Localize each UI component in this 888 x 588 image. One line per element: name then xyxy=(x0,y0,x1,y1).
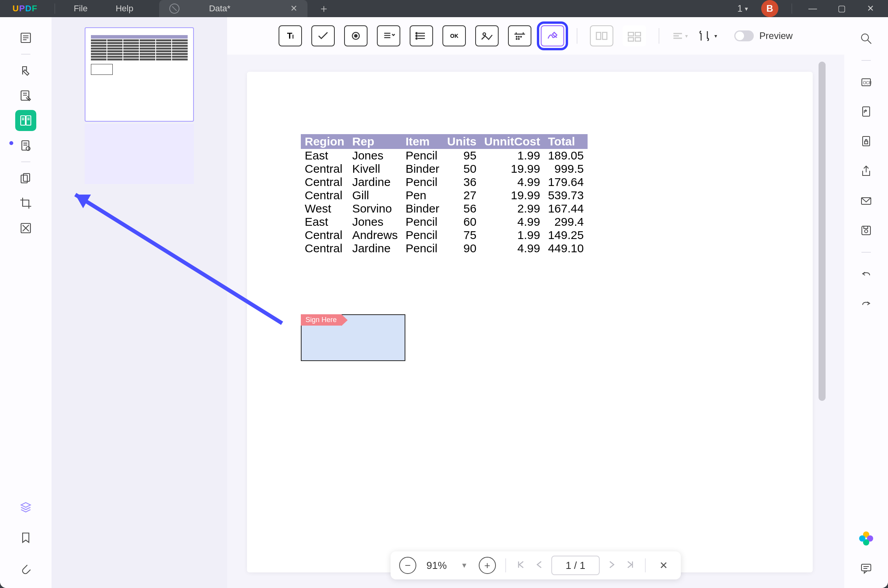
save-as-button[interactable] xyxy=(856,220,877,241)
listbox-field-button[interactable] xyxy=(410,25,433,46)
crop-button[interactable] xyxy=(15,193,36,214)
page-thumbnail[interactable] xyxy=(85,27,194,122)
tab-close-button[interactable]: ✕ xyxy=(290,4,297,14)
prepare-form-button[interactable] xyxy=(15,110,36,131)
checkbox-field-button[interactable] xyxy=(311,25,335,46)
svg-rect-47 xyxy=(636,38,641,41)
form-toolbar: TI OK ▾ ▾ Preview xyxy=(227,17,844,55)
menu-file[interactable]: File xyxy=(60,4,101,14)
undo-button[interactable] xyxy=(856,264,877,285)
table-header: Item xyxy=(401,134,443,149)
maximize-button[interactable]: ▢ xyxy=(829,1,854,16)
svg-point-33 xyxy=(483,33,486,35)
table-row: CentralJardinePencil904.99449.10 xyxy=(301,242,588,255)
edit-pdf-button[interactable] xyxy=(15,85,36,106)
layers-button[interactable] xyxy=(15,497,36,518)
email-button[interactable] xyxy=(856,190,877,211)
signature-field-button[interactable] xyxy=(541,25,564,46)
signature-field[interactable]: Sign Here xyxy=(301,314,405,361)
convert-button[interactable] xyxy=(856,101,877,122)
close-statusbar-button[interactable]: ✕ xyxy=(655,557,672,574)
table-row: WestSorvinoBinder562.99167.44 xyxy=(301,202,588,215)
svg-point-23 xyxy=(355,35,357,37)
thumbnail-panel xyxy=(52,17,227,588)
radio-field-button[interactable] xyxy=(344,25,368,46)
date-field-button[interactable] xyxy=(508,25,531,46)
status-bar: − 91% ▼ + 1 / 1 ✕ xyxy=(391,551,681,579)
svg-point-39 xyxy=(521,36,522,37)
window-count-dropdown[interactable]: 1▾ xyxy=(733,3,753,14)
last-page-button[interactable] xyxy=(625,559,636,572)
zoom-value[interactable]: 91% xyxy=(423,560,450,572)
svg-point-65 xyxy=(865,230,868,233)
vertical-scrollbar[interactable] xyxy=(819,62,826,401)
table-row: CentralAndrewsPencil751.99149.25 xyxy=(301,228,588,242)
table-header: Rep xyxy=(348,134,402,149)
menu-help[interactable]: Help xyxy=(101,4,147,14)
ai-button[interactable] xyxy=(856,528,877,549)
preview-toggle[interactable] xyxy=(734,30,754,41)
chat-button[interactable] xyxy=(856,558,877,579)
svg-rect-7 xyxy=(21,116,25,125)
pdf-page[interactable]: RegionRepItemUnitsUnnitCostTotal EastJon… xyxy=(247,72,813,572)
image-field-button[interactable] xyxy=(475,25,499,46)
svg-rect-44 xyxy=(629,32,634,36)
text-field-button[interactable]: TI xyxy=(279,25,302,46)
prev-page-button[interactable] xyxy=(533,559,544,572)
svg-line-56 xyxy=(868,40,871,44)
left-toolbar xyxy=(0,17,52,588)
comment-button[interactable] xyxy=(15,60,36,81)
table-header: UnnitCost xyxy=(480,134,544,149)
search-button[interactable] xyxy=(856,28,877,49)
new-tab-button[interactable]: ＋ xyxy=(315,0,332,17)
unsaved-icon xyxy=(169,4,179,14)
data-table: RegionRepItemUnitsUnnitCostTotal EastJon… xyxy=(301,134,588,255)
share-button[interactable] xyxy=(856,161,877,182)
redact-button[interactable] xyxy=(15,218,36,239)
highlight-fields-button[interactable] xyxy=(623,25,646,46)
svg-point-55 xyxy=(861,34,868,41)
reader-mode-button[interactable] xyxy=(15,27,36,48)
svg-point-31 xyxy=(416,35,417,36)
active-tool-indicator-icon xyxy=(9,141,13,145)
table-header: Total xyxy=(544,134,588,149)
svg-rect-67 xyxy=(861,564,871,571)
svg-rect-61 xyxy=(865,141,868,144)
svg-rect-46 xyxy=(629,38,634,41)
title-bar: UPDF File Help Data* ✕ ＋ 1▾ B — ▢ ✕ xyxy=(0,0,888,17)
svg-point-37 xyxy=(516,36,517,37)
button-field-button[interactable]: OK xyxy=(442,25,466,46)
first-page-button[interactable] xyxy=(515,559,526,572)
minimize-button[interactable]: — xyxy=(800,1,826,16)
dropdown-field-button[interactable] xyxy=(377,25,400,46)
next-page-button[interactable] xyxy=(607,559,618,572)
close-window-button[interactable]: ✕ xyxy=(858,1,883,16)
svg-rect-42 xyxy=(597,32,601,39)
alignment-dropdown[interactable]: ▾ xyxy=(672,31,688,41)
svg-rect-64 xyxy=(862,226,870,235)
zoom-out-button[interactable]: − xyxy=(399,557,416,574)
document-tab[interactable]: Data* ✕ xyxy=(159,0,307,17)
svg-point-41 xyxy=(519,39,519,39)
svg-rect-45 xyxy=(636,32,641,36)
ocr-button[interactable]: OCR xyxy=(856,72,877,93)
zoom-dropdown[interactable]: ▼ xyxy=(457,561,472,570)
svg-point-30 xyxy=(416,33,417,34)
svg-point-32 xyxy=(416,38,417,39)
page-tools-button[interactable] xyxy=(15,135,36,156)
editor-viewport: TI OK ▾ ▾ Preview xyxy=(227,17,844,588)
organize-pages-button[interactable] xyxy=(15,168,36,189)
page-indicator[interactable]: 1 / 1 xyxy=(551,556,600,575)
user-avatar[interactable]: B xyxy=(761,0,778,17)
sign-here-tag: Sign Here xyxy=(301,314,341,326)
attachments-button[interactable] xyxy=(15,558,36,579)
protect-button[interactable] xyxy=(856,131,877,152)
svg-point-40 xyxy=(516,39,517,39)
tools-dropdown[interactable]: ▾ xyxy=(697,29,717,43)
table-row: CentralJardinePencil364.99179.64 xyxy=(301,175,588,189)
zoom-in-button[interactable]: + xyxy=(479,557,496,574)
bookmarks-button[interactable] xyxy=(15,527,36,548)
table-header: Region xyxy=(301,134,348,149)
form-recognition-button[interactable] xyxy=(590,25,613,46)
redo-button[interactable] xyxy=(856,293,877,314)
